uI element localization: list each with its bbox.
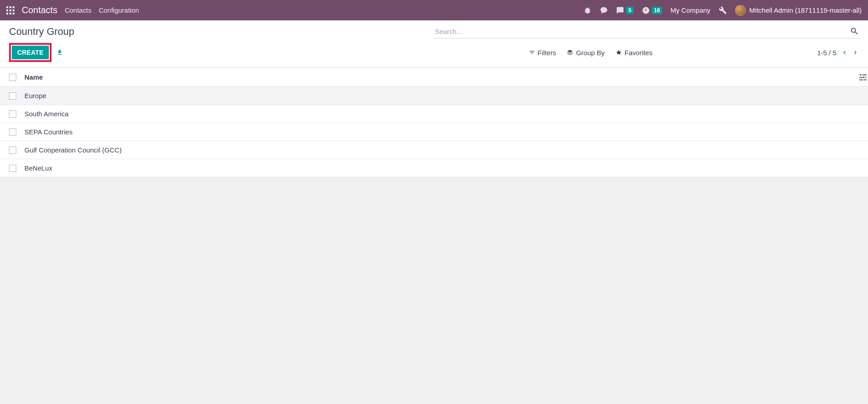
clock-icon bbox=[642, 6, 650, 14]
company-selector[interactable]: My Company bbox=[670, 6, 710, 14]
row-name: BeNeLux bbox=[24, 164, 52, 172]
pager-prev-icon[interactable] bbox=[841, 49, 848, 56]
row-checkbox[interactable] bbox=[9, 110, 16, 118]
row-checkbox[interactable] bbox=[9, 128, 16, 136]
row-name: South America bbox=[24, 110, 69, 118]
groupby-label: Group By bbox=[576, 49, 604, 57]
apps-icon[interactable] bbox=[6, 6, 14, 14]
funnel-icon bbox=[529, 49, 535, 56]
pager: 1-5 / 5 bbox=[817, 49, 859, 57]
favorites-button[interactable]: Favorites bbox=[616, 49, 653, 57]
favorites-label: Favorites bbox=[625, 49, 653, 57]
app-brand[interactable]: Contacts bbox=[22, 5, 57, 15]
list-header: Name bbox=[0, 68, 868, 87]
create-highlight: CREATE bbox=[9, 43, 52, 62]
row-name: SEPA Countries bbox=[24, 128, 72, 136]
messages-button[interactable]: 5 bbox=[616, 6, 634, 14]
row-name: Europe bbox=[24, 92, 46, 100]
groupby-button[interactable]: Group By bbox=[567, 49, 604, 57]
svg-rect-4 bbox=[866, 77, 867, 78]
activities-button[interactable]: 16 bbox=[642, 6, 662, 14]
user-menu[interactable]: Mitchell Admin (18711119-master-all) bbox=[735, 5, 862, 16]
svg-point-0 bbox=[860, 74, 862, 76]
star-icon bbox=[616, 49, 622, 56]
select-all-checkbox[interactable] bbox=[9, 74, 16, 81]
avatar bbox=[735, 5, 746, 16]
bug-icon[interactable] bbox=[583, 6, 592, 14]
row-checkbox[interactable] bbox=[9, 165, 16, 172]
search-bar[interactable] bbox=[434, 25, 859, 38]
breadcrumb: Country Group bbox=[9, 26, 74, 38]
svg-rect-6 bbox=[859, 79, 861, 80]
top-nav: Contacts Contacts Configuration 5 16 My … bbox=[0, 0, 868, 20]
svg-point-2 bbox=[863, 76, 865, 78]
svg-point-5 bbox=[861, 79, 863, 81]
search-input[interactable] bbox=[434, 25, 859, 38]
table-row[interactable]: BeNeLux bbox=[0, 159, 868, 177]
nav-configuration[interactable]: Configuration bbox=[99, 6, 139, 14]
tools-icon[interactable] bbox=[719, 6, 727, 14]
svg-rect-1 bbox=[862, 74, 867, 75]
activities-badge: 16 bbox=[652, 7, 662, 14]
svg-rect-3 bbox=[859, 77, 863, 78]
list-view: Name Europe South America SEPA Countries… bbox=[0, 68, 868, 177]
filters-button[interactable]: Filters bbox=[529, 49, 556, 57]
pager-text[interactable]: 1-5 / 5 bbox=[817, 49, 836, 57]
table-row[interactable]: South America bbox=[0, 105, 868, 123]
column-options-icon[interactable] bbox=[858, 72, 868, 82]
phone-icon[interactable] bbox=[600, 6, 608, 14]
pager-next-icon[interactable] bbox=[852, 49, 859, 56]
search-icon[interactable] bbox=[850, 27, 859, 36]
chat-icon bbox=[616, 6, 624, 14]
column-name-header[interactable]: Name bbox=[24, 73, 43, 81]
messages-badge: 5 bbox=[626, 7, 634, 14]
control-panel: Country Group CREATE Filters Group By Fa… bbox=[0, 20, 868, 68]
table-row[interactable]: Gulf Cooperation Council (GCC) bbox=[0, 141, 868, 159]
create-button[interactable]: CREATE bbox=[12, 46, 49, 59]
layers-icon bbox=[567, 49, 573, 56]
nav-contacts[interactable]: Contacts bbox=[65, 6, 91, 14]
download-icon[interactable] bbox=[56, 49, 63, 56]
table-row[interactable]: SEPA Countries bbox=[0, 123, 868, 141]
row-checkbox[interactable] bbox=[9, 92, 16, 100]
table-row[interactable]: Europe bbox=[0, 87, 868, 105]
row-checkbox[interactable] bbox=[9, 147, 16, 154]
svg-rect-7 bbox=[863, 79, 867, 80]
filters-label: Filters bbox=[538, 49, 556, 57]
row-name: Gulf Cooperation Council (GCC) bbox=[24, 146, 122, 154]
user-name: Mitchell Admin (18711119-master-all) bbox=[749, 6, 862, 14]
